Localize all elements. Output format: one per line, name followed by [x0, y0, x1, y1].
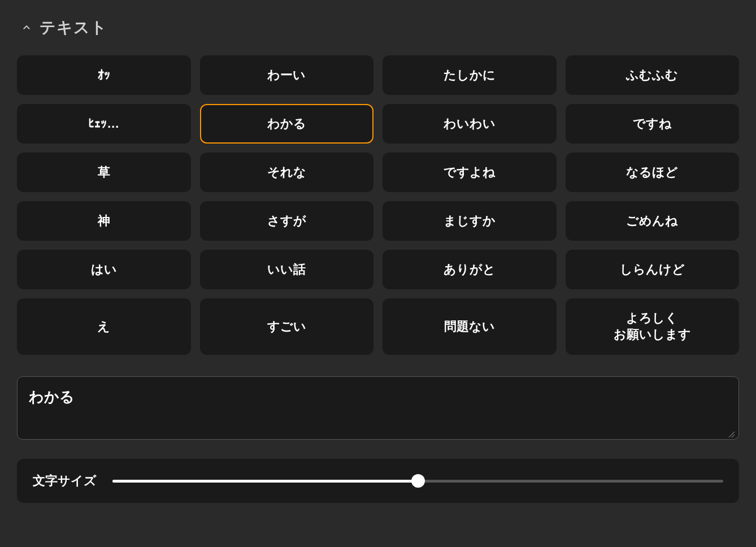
preset-button[interactable]: え: [17, 298, 191, 355]
preset-button[interactable]: ですね: [566, 104, 740, 144]
preset-button[interactable]: ごめんね: [566, 201, 740, 241]
preset-button[interactable]: すごい: [200, 298, 374, 355]
preset-button[interactable]: ｵｯ: [17, 55, 191, 95]
preset-button[interactable]: なるほど: [566, 153, 740, 192]
preset-button[interactable]: 草: [17, 153, 191, 192]
slider-label: 文字サイズ: [33, 472, 97, 489]
preset-button[interactable]: それな: [200, 153, 374, 192]
preset-button[interactable]: しらんけど: [566, 250, 740, 289]
text-input-area: [17, 376, 739, 442]
section-title: テキスト: [40, 17, 107, 38]
preset-button[interactable]: さすが: [200, 201, 374, 241]
font-size-row: 文字サイズ: [17, 459, 739, 503]
text-input[interactable]: [17, 376, 739, 440]
preset-button[interactable]: 問題ない: [383, 298, 557, 355]
preset-button[interactable]: ありがと: [383, 250, 557, 289]
preset-button[interactable]: ですよね: [383, 153, 557, 192]
preset-button[interactable]: わーい: [200, 55, 374, 95]
chevron-up-icon: [21, 23, 32, 33]
preset-button[interactable]: 神: [17, 201, 191, 241]
preset-button[interactable]: ﾋｪｯ…: [17, 104, 191, 144]
preset-button[interactable]: よろしく お願いします: [566, 298, 740, 355]
preset-grid: ｵｯわーいたしかにふむふむﾋｪｯ…わかるわいわいですね草それなですよねなるほど神…: [17, 55, 739, 355]
preset-button[interactable]: たしかに: [383, 55, 557, 95]
preset-button[interactable]: はい: [17, 250, 191, 289]
preset-button[interactable]: わいわい: [383, 104, 557, 144]
preset-button[interactable]: わかる: [200, 104, 374, 144]
font-size-slider[interactable]: [112, 474, 723, 488]
preset-button[interactable]: ふむふむ: [566, 55, 740, 95]
preset-button[interactable]: いい話: [200, 250, 374, 289]
preset-button[interactable]: まじすか: [383, 201, 557, 241]
section-header[interactable]: テキスト: [17, 17, 739, 38]
